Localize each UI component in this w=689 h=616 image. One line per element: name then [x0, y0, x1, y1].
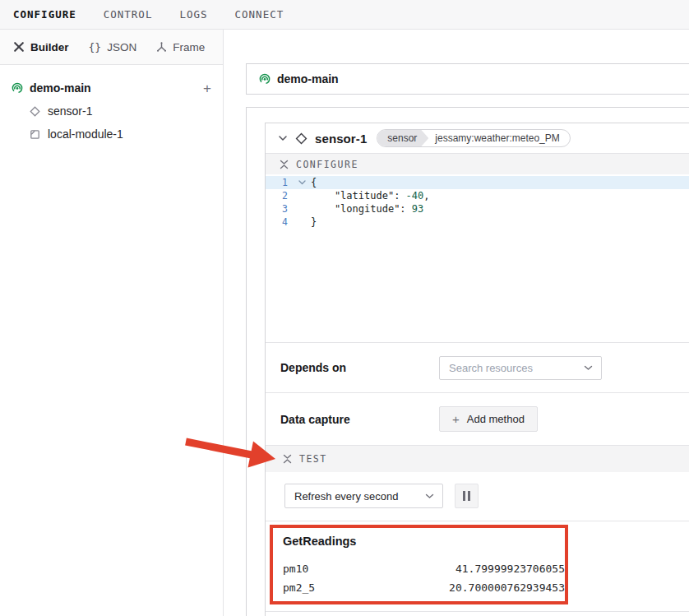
frame-axes-icon: [156, 42, 167, 53]
badge-type: sensor: [377, 130, 428, 146]
tree-machine-label: demo-main: [30, 81, 91, 95]
mode-builder[interactable]: Builder: [13, 41, 69, 53]
code-number: 93: [412, 203, 423, 215]
readings-panel: GetReadings pm10 41.79999923706055 pm2_5…: [266, 521, 689, 612]
sensor-name: sensor-1: [315, 132, 367, 146]
depends-on-label: Depends on: [280, 361, 346, 374]
refresh-rate-value: Refresh every second: [294, 490, 398, 503]
machine-part-icon: [259, 73, 271, 85]
depends-on-row: Depends on Search resources: [266, 342, 689, 392]
resource-tree: demo-main + sensor-1 local-module-1: [0, 65, 223, 146]
fold-chevron-icon[interactable]: [294, 180, 311, 185]
machine-part-icon: [12, 82, 23, 94]
depends-on-placeholder: Search resources: [449, 362, 533, 374]
line-number: 1: [266, 176, 294, 189]
chevron-down-icon: [425, 493, 434, 499]
mode-json[interactable]: {} JSON: [89, 41, 137, 53]
collapse-icon[interactable]: [283, 454, 292, 464]
mode-frame[interactable]: Frame: [156, 41, 205, 53]
tab-control[interactable]: CONTROL: [104, 8, 153, 21]
reading-value: 20.700000762939453: [449, 581, 565, 594]
machine-header-label: demo-main: [277, 72, 339, 86]
tree-module-label: local-module-1: [48, 127, 123, 141]
sensor-resource-card: sensor-1 sensor jessamy:weather:meteo_PM…: [265, 123, 689, 616]
chevron-down-icon: [584, 365, 593, 371]
code-line[interactable]: 4 }: [266, 215, 689, 229]
data-capture-label: Data capture: [280, 413, 350, 426]
tree-sensor-label: sensor-1: [48, 104, 92, 118]
json-config-editor[interactable]: 1 { 2 "latitude": -40, 3 "longitude": 93…: [266, 174, 689, 342]
reading-row: pm10 41.79999923706055: [283, 563, 565, 576]
pause-icon: [463, 491, 465, 501]
code-line[interactable]: 1 {: [266, 176, 689, 189]
sensor-card-header: sensor-1 sensor jessamy:weather:meteo_PM: [266, 123, 689, 154]
diamond-icon: [295, 132, 308, 145]
refresh-rate-select[interactable]: Refresh every second: [284, 484, 443, 508]
code-text: "latitude":: [311, 190, 406, 201]
plus-icon: +: [452, 412, 460, 426]
viam-configure-screen: CONFIGURE CONTROL LOGS CONNECT Builder {…: [0, 0, 689, 616]
configure-section-header[interactable]: CONFIGURE: [266, 154, 689, 174]
wrench-icon: [13, 41, 25, 53]
mode-json-label: JSON: [107, 41, 136, 53]
configure-section-label: CONFIGURE: [296, 159, 358, 170]
reading-row: pm2_5 20.700000762939453: [283, 581, 565, 595]
machine-header[interactable]: demo-main: [246, 63, 689, 95]
reading-value: 41.79999923706055: [455, 563, 565, 575]
resource-type-badge: sensor jessamy:weather:meteo_PM: [377, 129, 570, 147]
add-method-label: Add method: [467, 413, 525, 425]
code-line[interactable]: 2 "latitude": -40,: [266, 189, 689, 202]
pause-button[interactable]: [455, 484, 479, 508]
mode-builder-label: Builder: [30, 41, 69, 53]
code-text: ,: [423, 190, 429, 201]
tab-logs[interactable]: LOGS: [179, 8, 207, 21]
tab-connect[interactable]: CONNECT: [235, 8, 284, 21]
line-number: 3: [266, 202, 294, 215]
tree-item-module[interactable]: local-module-1: [0, 123, 223, 146]
line-number: 2: [266, 189, 294, 202]
code-text: "longitude":: [311, 203, 412, 215]
add-method-button[interactable]: + Add method: [439, 406, 538, 432]
module-icon: [30, 129, 40, 140]
tree-item-machine[interactable]: demo-main +: [0, 76, 223, 100]
code-line[interactable]: 3 "longitude": 93: [266, 202, 689, 215]
mode-frame-label: Frame: [173, 41, 205, 53]
code-number: -40: [406, 190, 424, 201]
diamond-icon: [30, 106, 40, 117]
code-text: }: [311, 216, 317, 228]
tab-configure[interactable]: CONFIGURE: [13, 8, 76, 21]
tree-item-sensor[interactable]: sensor-1: [0, 100, 223, 123]
badge-model: jessamy:weather:meteo_PM: [428, 130, 569, 146]
code-text: {: [311, 177, 317, 188]
reading-key: pm2_5: [283, 581, 315, 594]
depends-on-select[interactable]: Search resources: [439, 356, 602, 380]
line-number: 4: [266, 215, 294, 229]
add-resource-button[interactable]: +: [203, 81, 211, 95]
reading-key: pm10: [283, 563, 308, 575]
test-section-header[interactable]: TEST: [266, 445, 689, 472]
chevron-down-icon[interactable]: [278, 135, 288, 141]
collapse-icon[interactable]: [280, 160, 289, 169]
test-section-label: TEST: [299, 453, 327, 465]
braces-icon: {}: [89, 41, 102, 53]
data-capture-row: Data capture + Add method: [266, 392, 689, 445]
config-mode-nav: Builder {} JSON Frame: [0, 30, 223, 65]
top-nav: CONFIGURE CONTROL LOGS CONNECT: [0, 0, 689, 30]
sidebar: Builder {} JSON Frame: [0, 30, 224, 616]
readings-title: GetReadings: [283, 535, 356, 548]
